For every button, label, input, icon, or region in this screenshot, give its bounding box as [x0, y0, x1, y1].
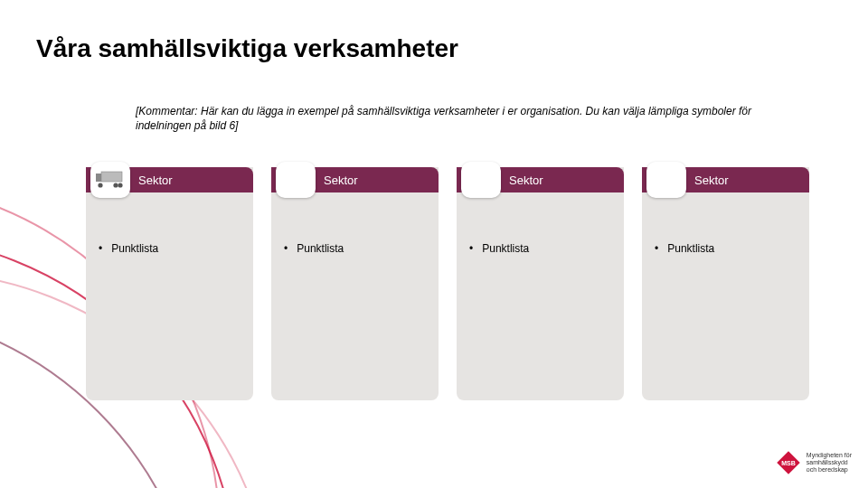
sector-body: • Punktlista [457, 192, 624, 400]
sector-column: Sektor • Punktlista [86, 167, 253, 400]
sector-icon-box [461, 162, 501, 198]
list-item: • Punktlista [655, 242, 797, 255]
sector-header-label: Sektor [138, 174, 173, 187]
sector-columns: Sektor • Punktlista Sektor • Punktlista … [86, 167, 809, 400]
sector-header-label: Sektor [694, 174, 729, 187]
sector-icon-box [646, 162, 686, 198]
bullet-text: Punktlista [667, 242, 797, 255]
msb-logo-text: Myndigheten för samhällsskydd och bereds… [807, 452, 852, 474]
sector-column: Sektor • Punktlista [271, 167, 439, 400]
truck-icon [95, 170, 126, 190]
sector-column: Sektor • Punktlista [457, 167, 624, 400]
sector-header-label: Sektor [324, 174, 358, 187]
sector-body: • Punktlista [86, 192, 253, 400]
sector-column: Sektor • Punktlista [642, 167, 809, 400]
svg-point-4 [118, 183, 122, 187]
svg-rect-0 [96, 174, 101, 182]
msb-logo: MSB Myndigheten för samhällsskydd och be… [776, 450, 852, 475]
sector-header-label: Sektor [509, 174, 543, 187]
svg-point-2 [98, 183, 102, 187]
page-title: Våra samhällsviktiga verksamheter [36, 34, 458, 63]
comment-text: [Kommentar: Här kan du lägga in exempel … [136, 104, 769, 133]
svg-rect-1 [101, 172, 122, 182]
logo-line: Myndigheten för [807, 452, 852, 459]
bullet-icon: • [469, 242, 473, 255]
svg-point-3 [113, 183, 118, 187]
list-item: • Punktlista [284, 242, 426, 255]
bullet-icon: • [284, 242, 288, 255]
sector-body: • Punktlista [642, 192, 809, 400]
sector-icon-box [276, 162, 316, 198]
bullet-icon: • [99, 242, 102, 255]
bullet-text: Punktlista [482, 242, 611, 255]
bullet-text: Punktlista [297, 242, 426, 255]
msb-logo-icon: MSB [776, 450, 801, 475]
sector-icon-box [90, 162, 130, 198]
logo-line: samhällsskydd [807, 459, 852, 466]
logo-line: och beredskap [807, 466, 852, 474]
list-item: • Punktlista [99, 242, 241, 255]
sector-body: • Punktlista [271, 192, 439, 400]
bullet-icon: • [655, 242, 658, 255]
list-item: • Punktlista [469, 242, 611, 255]
msb-logo-abbr: MSB [781, 460, 796, 466]
bullet-text: Punktlista [111, 242, 241, 255]
